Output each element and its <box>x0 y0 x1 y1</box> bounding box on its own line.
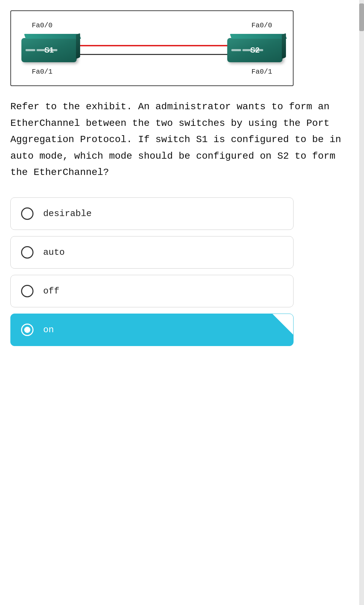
options-list: desirable auto off on <box>10 197 294 352</box>
switch-s1: S1 <box>21 38 77 62</box>
switch-s2: S2 <box>227 38 282 62</box>
radio-desirable <box>21 207 33 220</box>
s1-port-bottom-label: Fa0/1 <box>32 68 52 76</box>
scrollbar[interactable] <box>359 0 364 605</box>
option-off[interactable]: off <box>10 275 294 307</box>
s2-port-top-label: Fa0/0 <box>251 21 272 29</box>
switch-s2-label: S2 <box>250 46 260 55</box>
radio-on <box>21 324 33 336</box>
line-red <box>75 45 229 46</box>
s1-port-top-label: Fa0/0 <box>32 21 52 29</box>
option-off-label: off <box>43 286 59 296</box>
s2-port-bottom-label: Fa0/1 <box>251 68 272 76</box>
option-on[interactable]: on <box>10 314 294 346</box>
option-desirable-label: desirable <box>43 208 92 219</box>
scrollbar-thumb[interactable] <box>359 3 364 31</box>
switch-s1-label: S1 <box>45 46 54 55</box>
exhibit-diagram: Fa0/0 Fa0/0 S1 <box>10 10 294 86</box>
option-auto[interactable]: auto <box>10 236 294 269</box>
connection-lines <box>75 38 229 62</box>
option-auto-label: auto <box>43 247 65 258</box>
radio-off <box>21 285 33 297</box>
option-desirable[interactable]: desirable <box>10 197 294 230</box>
radio-auto <box>21 246 33 259</box>
question-text: Refer to the exhibit. An administrator w… <box>10 99 354 181</box>
option-on-label: on <box>43 325 54 335</box>
line-black <box>75 54 229 55</box>
